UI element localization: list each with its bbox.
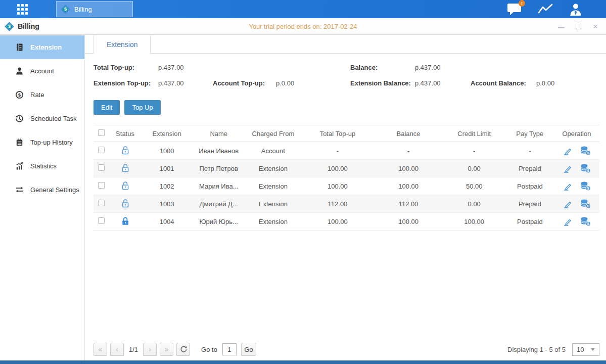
go-button[interactable]: Go [241,343,256,356]
sidebar-item-account[interactable]: Account [0,59,84,83]
pay-type-cell: Postpaid [506,213,554,231]
charged-from-cell: Extension [245,195,301,213]
goto-page-input[interactable] [222,343,237,355]
row-checkbox[interactable] [98,147,105,153]
minimize-icon[interactable] [558,24,565,28]
balance-label: Balance: [350,62,415,73]
chevron-down-icon [591,348,595,351]
bottom-strip [0,360,606,364]
status-cell [109,195,142,213]
sidebar-item-rate[interactable]: $ Rate [0,83,84,107]
dollar-circle-icon: $ [15,90,24,99]
top-up-row-icon[interactable]: $ [580,163,591,173]
top-up-row-icon[interactable]: $ [580,199,591,209]
charged-from-cell: Account [245,142,301,160]
svg-text:$: $ [587,187,589,191]
top-up-row-icon[interactable]: $ [580,181,591,191]
balance-value: p.437.00 [415,62,441,73]
top-up-row-icon[interactable]: $ [580,146,591,156]
refresh-button[interactable] [176,343,190,356]
balance-cell: 100.00 [375,160,443,177]
unlocked-icon [120,163,130,173]
col-balance: Balance [375,125,443,142]
total-topup-cell: 100.00 [301,213,374,231]
top-up-row-icon[interactable]: $ [580,216,591,226]
sidebar-item-label: Extension [30,43,62,51]
edit-row-icon[interactable] [563,146,572,156]
sliders-icon [15,186,24,194]
status-cell [109,177,142,195]
top-up-button[interactable]: Top Up [124,100,160,115]
col-credit-limit: Credit Limit [443,125,506,142]
edit-row-icon[interactable] [563,181,572,191]
page-size-select[interactable]: 10 [572,343,599,356]
col-pay-type: Pay Type [506,125,554,142]
svg-text:$: $ [587,222,589,226]
table-row: 1002 Мария Ива... Extension 100.00 100.0… [94,177,599,195]
sidebar-item-label: Statistics [30,162,57,170]
sidebar-item-topup-history[interactable]: Top-up History [0,130,84,154]
first-page-button[interactable]: « [94,343,107,356]
user-icon[interactable] [569,3,583,16]
extension-cell: 1002 [142,177,192,195]
row-checkbox[interactable] [98,164,105,171]
topbar-billing-tab[interactable]: $ Billing [56,1,133,17]
sidebar-item-label: Top-up History [30,139,73,146]
tab-extension[interactable]: Extension [94,35,151,54]
row-checkbox[interactable] [98,200,105,206]
messages-icon[interactable]: ! [507,3,522,16]
extension-table: Status Extension Name Charged From Total… [94,125,599,231]
edit-button[interactable]: Edit [94,100,120,115]
extension-balance-value: p.437.00 [415,78,441,89]
displaying-text: Displaying 1 - 5 of 5 [507,346,566,353]
credit-limit-cell: 0.00 [443,195,506,213]
svg-text:$: $ [18,92,21,98]
name-cell: Дмитрий Д... [192,195,245,213]
sidebar-item-general-settings[interactable]: General Settings [0,178,84,202]
charged-from-cell: Extension [245,213,301,231]
statistics-chart-icon[interactable] [537,3,553,15]
sidebar: Extension Account $ Rate Scheduled Task [0,35,85,360]
sidebar-item-scheduled-task[interactable]: Scheduled Task [0,107,84,130]
total-topup-cell: - [301,142,374,160]
page-indicator: 1/1 [129,346,138,353]
status-cell [109,142,142,160]
next-page-button[interactable]: › [143,343,157,356]
prev-page-button[interactable]: ‹ [110,343,124,356]
close-icon[interactable]: × [592,23,599,30]
maximize-icon[interactable] [576,24,581,29]
total-topup-cell: 100.00 [301,177,374,195]
summary-stats: Total Top-up:p.437.00 Balance:p.437.00 E… [94,62,599,89]
total-topup-value: p.437.00 [158,62,184,73]
edit-row-icon[interactable] [563,164,572,173]
table-header-row: Status Extension Name Charged From Total… [94,125,599,142]
extension-balance-label: Extension Balance: [350,78,415,89]
unlocked-icon [120,198,130,208]
balance-cell: 100.00 [375,213,443,231]
table-row: 1000 Иван Иванов Account - - - - [94,142,599,160]
history-clock-icon [15,114,24,123]
row-checkbox[interactable] [98,217,105,224]
edit-row-icon[interactable] [563,199,572,209]
account-topup-label: Account Top-up: [213,78,276,89]
svg-text:$: $ [587,204,589,208]
pay-type-cell: Prepaid [506,195,554,213]
sidebar-item-extension[interactable]: Extension [0,35,84,59]
credit-limit-cell: - [443,142,506,160]
select-all-checkbox[interactable] [98,129,105,136]
svg-text:$: $ [587,151,589,155]
goto-label: Go to [201,346,217,353]
table-row: 1003 Дмитрий Д... Extension 112.00 112.0… [94,195,599,213]
app-grid-icon[interactable] [17,4,28,15]
main-panel: Extension Total Top-up:p.437.00 Balance:… [85,35,606,360]
desktop-topbar: $ Billing ! [0,0,606,18]
billing-window-icon: $ [5,22,14,31]
sidebar-item-statistics[interactable]: Statistics [0,154,84,178]
col-total-topup: Total Top-up [301,125,374,142]
row-checkbox[interactable] [98,182,105,189]
last-page-button[interactable]: » [160,343,173,356]
sidebar-item-label: Account [30,67,54,75]
edit-row-icon[interactable] [563,217,572,226]
billing-diamond-dollar-icon: $ [61,5,70,14]
col-status: Status [109,125,142,142]
